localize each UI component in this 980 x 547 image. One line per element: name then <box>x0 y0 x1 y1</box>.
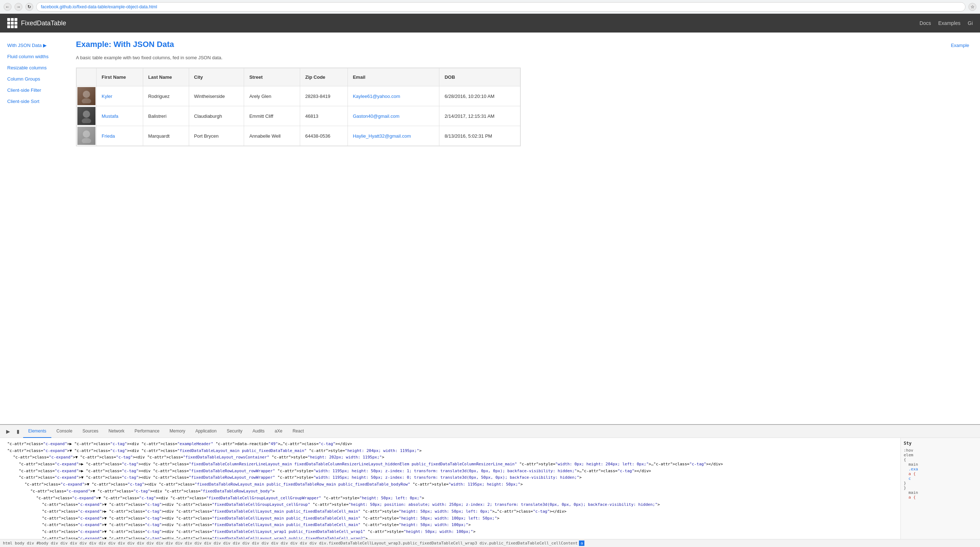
table-row: KylerRodriguezWintheisersideArely Glen28… <box>77 86 520 106</box>
devtools-styles-panel: Sty :hov elem { main .exa a { c } } main… <box>900 438 980 539</box>
table-cell-email[interactable]: Haylie_Hyatt32@gmail.com <box>347 126 439 146</box>
logo-text: FixedDataTable <box>21 19 66 27</box>
sidebar-item-label: Client-side Sort <box>7 98 40 104</box>
sidebar-item-fluid[interactable]: Fluid column widths <box>7 51 65 62</box>
table-cell-firstname[interactable]: Mustafa <box>97 106 143 126</box>
table-cell-lastname: Rodriguez <box>143 86 189 106</box>
code-line[interactable]: "c-attr">class="c-expand">▼ "c-attr">cla… <box>0 481 900 488</box>
back-button[interactable]: ← <box>4 3 11 11</box>
code-line[interactable]: "c-attr">class="c-expand">▶ "c-attr">cla… <box>0 441 900 448</box>
table-row: FriedaMarquardtPort BrycenAnnabelle Well… <box>77 126 520 146</box>
col-header-dob: DOB <box>439 68 520 86</box>
title-highlight: With JSON Data <box>113 40 174 49</box>
table-header-row: First Name Last Name City Street Zip Cod… <box>77 68 520 86</box>
tab-elements[interactable]: Elements <box>23 425 51 438</box>
logo-grid-icon <box>7 18 18 28</box>
table-cell-city: Wintheiserside <box>189 86 244 106</box>
sidebar-item-resizable[interactable]: Resizable columns <box>7 62 65 73</box>
code-line[interactable]: "c-attr">class="c-expand">▼ "c-attr">cla… <box>0 495 900 502</box>
sidebar-item-label: Fluid column widths <box>7 54 48 59</box>
devtools-elements-panel: "c-attr">class="c-expand">▶ "c-attr">cla… <box>0 438 900 539</box>
code-line[interactable]: "c-attr">class="c-expand">▼ "c-attr">cla… <box>0 474 900 481</box>
col-header-street: Street <box>244 68 300 86</box>
table-cell-image <box>77 126 97 146</box>
code-line[interactable]: "c-attr">class="c-expand">▼ "c-attr">cla… <box>0 501 900 508</box>
arrow-icon: ▶ <box>43 43 47 48</box>
inspect-element-button[interactable]: ▶ <box>3 427 13 436</box>
table-cell-image <box>77 86 97 106</box>
code-line[interactable]: "c-attr">class="c-expand">▶ "c-attr">cla… <box>0 461 900 468</box>
table-cell-firstname[interactable]: Kyler <box>97 86 143 106</box>
sidebar-item-client-sort[interactable]: Client-side Sort <box>7 96 65 107</box>
nav-examples-link[interactable]: Examples <box>939 20 961 26</box>
tab-audits[interactable]: Audits <box>247 425 269 438</box>
devtools-panel: ▶ ▮ Elements Console Sources Network Per… <box>0 424 980 547</box>
tab-sources[interactable]: Sources <box>77 425 103 438</box>
table-cell-firstname[interactable]: Frieda <box>97 126 143 146</box>
svg-point-1 <box>82 98 91 103</box>
logo: FixedDataTable <box>7 18 66 28</box>
table-row: MustafaBalistreriClaudiaburghEmmitt Clif… <box>77 106 520 126</box>
url-text: facebook.github.io/fixed-data-table/exam… <box>41 4 157 10</box>
code-line[interactable]: "c-attr">class="c-expand">▼ "c-attr">cla… <box>0 488 900 495</box>
forward-button[interactable]: → <box>14 3 22 11</box>
table-cell-city: Port Brycen <box>189 126 244 146</box>
sidebar-item-client-filter[interactable]: Client-side Filter <box>7 84 65 96</box>
selected-element-badge: a <box>579 541 584 546</box>
reload-button[interactable]: ↻ <box>25 3 33 11</box>
table-cell-zip: 46813 <box>300 106 347 126</box>
col-header-lastname: Last Name <box>143 68 189 86</box>
nav-docs-link[interactable]: Docs <box>920 20 931 26</box>
col-header-img <box>77 68 97 86</box>
sidebar-item-column-groups[interactable]: Column Groups <box>7 73 65 84</box>
tab-memory[interactable]: Memory <box>165 425 190 438</box>
table-cell-dob: 2/14/2017, 12:15:31 AM <box>439 106 520 126</box>
sidebar: With JSON Data ▶ Fluid column widths Res… <box>0 33 65 424</box>
code-line[interactable]: "c-attr">class="c-expand">▼ "c-attr">cla… <box>0 454 900 461</box>
bookmark-button[interactable]: ☆ <box>969 3 976 11</box>
table-cell-lastname: Balistreri <box>143 106 189 126</box>
svg-point-3 <box>82 118 91 123</box>
table-cell-email[interactable]: Kaylee61@yahoo.com <box>347 86 439 106</box>
tab-performance[interactable]: Performance <box>129 425 165 438</box>
table-cell-city: Claudiaburgh <box>189 106 244 126</box>
sidebar-item-json-data[interactable]: With JSON Data ▶ <box>7 40 65 51</box>
example-link[interactable]: Example <box>951 43 969 48</box>
page-description: A basic table example with two fixed col… <box>76 55 969 60</box>
tab-security[interactable]: Security <box>222 425 247 438</box>
table-cell-lastname: Marquardt <box>143 126 189 146</box>
devtools-body: "c-attr">class="c-expand">▶ "c-attr">cla… <box>0 438 980 539</box>
devtools-status-bar: html body div #body div div div div div … <box>0 539 980 547</box>
code-line[interactable]: "c-attr">class="c-expand">▼ "c-attr">cla… <box>0 522 900 529</box>
table-cell-dob: 6/28/2016, 10:20:10 AM <box>439 86 520 106</box>
code-line[interactable]: "c-attr">class="c-expand">▼ "c-attr">cla… <box>0 529 900 536</box>
tab-application[interactable]: Application <box>190 425 222 438</box>
sidebar-item-label: Resizable columns <box>7 65 47 70</box>
styles-panel-title: Sty <box>904 441 977 446</box>
code-line[interactable]: "c-attr">class="c-expand">▼ "c-attr">cla… <box>0 536 900 539</box>
sidebar-item-label: With JSON Data <box>7 43 41 48</box>
tab-console[interactable]: Console <box>51 425 77 438</box>
table-body: KylerRodriguezWintheisersideArely Glen28… <box>77 86 520 146</box>
col-header-email: Email <box>347 68 439 86</box>
main-wrapper: With JSON Data ▶ Fluid column widths Res… <box>0 33 980 424</box>
url-bar[interactable]: facebook.github.io/fixed-data-table/exam… <box>36 2 966 11</box>
device-toolbar-button[interactable]: ▮ <box>13 427 23 436</box>
content-area: Example: With JSON Data Example A basic … <box>65 33 980 424</box>
col-header-firstname: First Name <box>97 68 143 86</box>
code-line[interactable]: "c-attr">class="c-expand">▼ "c-attr">cla… <box>0 515 900 522</box>
code-line[interactable]: "c-attr">class="c-expand">▶ "c-attr">cla… <box>0 468 900 475</box>
svg-point-2 <box>83 111 90 118</box>
table-cell-street: Emmitt Cliff <box>244 106 300 126</box>
table-cell-email[interactable]: Gaston40@gmail.com <box>347 106 439 126</box>
data-table-wrapper: First Name Last Name City Street Zip Cod… <box>76 68 521 146</box>
title-prefix: Example: <box>76 40 113 49</box>
nav-github-link[interactable]: Gi <box>968 20 973 26</box>
code-line[interactable]: "c-attr">class="c-expand">▼ "c-attr">cla… <box>0 448 900 455</box>
table-cell-street: Arely Glen <box>244 86 300 106</box>
code-line[interactable]: "c-attr">class="c-expand">▶ "c-attr">cla… <box>0 508 900 515</box>
tab-react[interactable]: React <box>288 425 309 438</box>
tab-network[interactable]: Network <box>103 425 129 438</box>
tab-axe[interactable]: aXe <box>270 425 288 438</box>
table-cell-zip: 64438-0536 <box>300 126 347 146</box>
